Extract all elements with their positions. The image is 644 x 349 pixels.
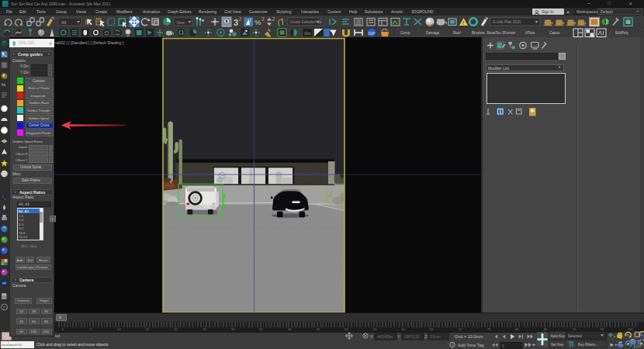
svg-text:Auto Key: Auto Key <box>551 334 566 338</box>
svg-text:-463.459m: -463.459m <box>376 335 393 339</box>
svg-text:Gm: Gm <box>305 31 311 36</box>
svg-text:2: 2 <box>272 16 275 22</box>
svg-text:2: 2 <box>261 16 265 22</box>
svg-text:G.Ubk Plan 2021: G.Ubk Plan 2021 <box>493 20 521 24</box>
svg-text:2: 2 <box>239 16 242 22</box>
svg-text:(: ( <box>278 19 280 26</box>
svg-text:X:: X: <box>370 334 375 339</box>
svg-text:EditPoly: EditPoly <box>615 31 629 35</box>
svg-text:Damage: Damage <box>426 31 440 35</box>
svg-text:All: All <box>61 20 66 25</box>
svg-text:Set Key: Set Key <box>551 343 564 347</box>
svg-text:Roof: Roof <box>453 31 461 35</box>
svg-text:4a: 4a <box>2 82 6 87</box>
svg-text:2: 2 <box>249 18 251 22</box>
svg-text:Captur: Captur <box>549 31 560 35</box>
svg-text:Grid = 10.0mm: Grid = 10.0mm <box>455 334 483 339</box>
svg-text:Y:: Y: <box>397 334 401 339</box>
svg-text:3: 3 <box>234 18 238 27</box>
svg-text:-10072.22: -10072.22 <box>403 335 420 339</box>
svg-text:GP: GP <box>369 31 376 36</box>
svg-text:View: View <box>176 20 185 25</box>
svg-text:%: % <box>254 18 261 26</box>
svg-text:0.0mm: 0.0mm <box>430 335 441 339</box>
svg-text:Key Filters...: Key Filters... <box>578 343 598 347</box>
svg-text:!: ! <box>462 20 464 26</box>
svg-text:Selected: Selected <box>568 334 582 338</box>
svg-text:3Former: 3Former <box>502 31 516 35</box>
svg-text:?: ? <box>3 306 5 310</box>
svg-text:Brushes: Brushes <box>472 31 486 35</box>
svg-text:ShowTex: ShowTex <box>486 31 501 35</box>
svg-text:Add Time Tag: Add Time Tag <box>458 343 484 347</box>
svg-text:ATiles: ATiles <box>525 31 535 35</box>
svg-text:⋮: ⋮ <box>608 31 612 36</box>
svg-text:Comp: Comp <box>400 31 410 35</box>
